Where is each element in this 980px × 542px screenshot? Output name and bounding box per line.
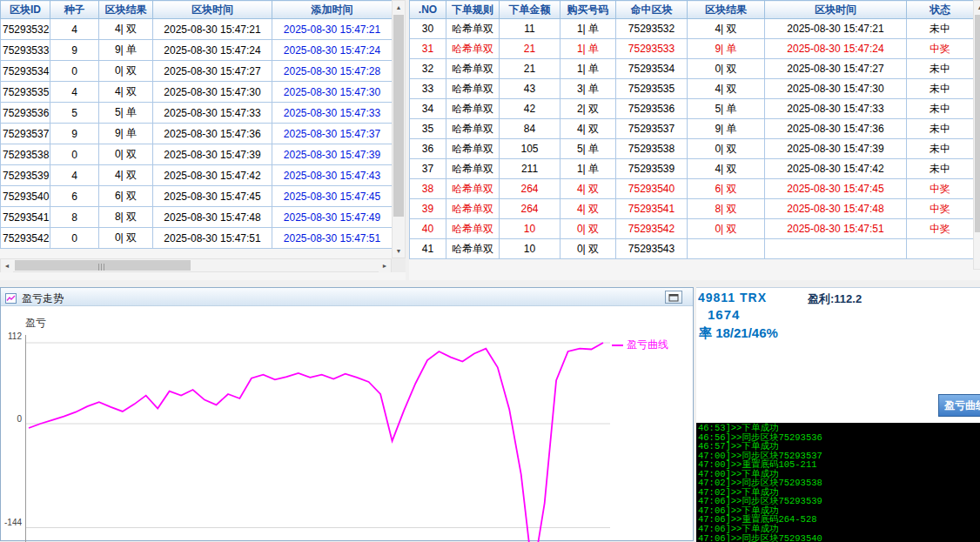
column-header-0[interactable]: .NO bbox=[410, 1, 446, 19]
block-table-vertical-scrollbar[interactable]: ▲ ▼ bbox=[392, 0, 406, 258]
table-cell: 未中 bbox=[907, 79, 974, 99]
table-cell: 35 bbox=[410, 119, 446, 139]
profit-text: 盈利:112.2 bbox=[808, 291, 862, 307]
table-cell: 哈希单双 bbox=[446, 19, 500, 39]
table-cell: 2025-08-30 15:47:45 bbox=[153, 186, 272, 207]
table-cell: 未中 bbox=[907, 99, 974, 119]
column-header-2[interactable]: 下单金额 bbox=[500, 1, 560, 19]
log-console[interactable]: 46:53]>>下单成功46:56]>>同步区块7529353646:57]>>… bbox=[696, 423, 980, 542]
window-title: 盈亏走势 bbox=[22, 291, 64, 306]
block-table-horizontal-scrollbar[interactable]: ◄ ► bbox=[0, 258, 392, 272]
table-cell: 264 bbox=[500, 179, 560, 199]
scrollbar-thumb[interactable] bbox=[15, 260, 191, 271]
legend-label: 盈亏曲线 bbox=[627, 338, 668, 352]
table-cell: 1| 单 bbox=[560, 39, 616, 59]
scroll-down-icon[interactable]: ▼ bbox=[393, 244, 405, 258]
order-table-vertical-scrollbar[interactable]: ▲ bbox=[973, 0, 980, 270]
window-restore-button[interactable] bbox=[665, 291, 682, 304]
column-header-1[interactable]: 种子 bbox=[50, 1, 99, 19]
table-cell: 4| 双 bbox=[688, 159, 765, 179]
chart-window-titlebar[interactable]: 盈亏走势 bbox=[1, 288, 693, 306]
scrollbar-grip bbox=[98, 264, 106, 271]
table-row[interactable]: 35哈希单双844| 双752935379| 单2025-08-30 15:47… bbox=[410, 119, 974, 139]
table-cell: 4| 双 bbox=[560, 119, 616, 139]
table-row[interactable]: 37哈希单双2111| 单752935394| 双2025-08-30 15:4… bbox=[410, 159, 974, 179]
table-row[interactable]: 31哈希单双211| 单752935339| 单2025-08-30 15:47… bbox=[410, 39, 974, 59]
scroll-up-icon[interactable]: ▲ bbox=[393, 1, 405, 14]
table-cell: 10 bbox=[500, 219, 560, 239]
table-cell: 2025-08-30 15:47:51 bbox=[153, 228, 272, 249]
scrollbar-thumb[interactable] bbox=[975, 15, 980, 232]
column-header-4[interactable]: 命中区块 bbox=[616, 1, 688, 19]
table-row[interactable]: 7529353400| 双2025-08-30 15:47:272025-08-… bbox=[1, 61, 393, 82]
table-cell: 2025-08-30 15:47:33 bbox=[765, 99, 907, 119]
table-row[interactable]: 7529354200| 双2025-08-30 15:47:512025-08-… bbox=[1, 228, 393, 249]
column-header-3[interactable]: 区块时间 bbox=[153, 1, 272, 19]
table-cell: 2025-08-30 15:47:33 bbox=[272, 103, 393, 124]
block-table-header-row: 区块ID种子区块结果区块时间添加时间 bbox=[1, 1, 393, 19]
table-row[interactable]: 36哈希单双1055| 单752935380| 双2025-08-30 15:4… bbox=[410, 139, 974, 159]
column-header-1[interactable]: 下单规则 bbox=[446, 1, 500, 19]
column-header-6[interactable]: 区块时间 bbox=[765, 1, 907, 19]
table-cell: 2025-08-30 15:47:30 bbox=[765, 79, 907, 99]
table-cell: 2025-08-30 15:47:42 bbox=[765, 159, 907, 179]
column-header-2[interactable]: 区块结果 bbox=[99, 1, 153, 19]
table-cell: 2025-08-30 15:47:21 bbox=[272, 19, 393, 40]
table-row[interactable]: 7529353244| 双2025-08-30 15:47:212025-08-… bbox=[1, 19, 393, 40]
table-row[interactable]: 32哈希单双211| 单752935340| 双2025-08-30 15:47… bbox=[410, 59, 974, 79]
scroll-left-icon[interactable]: ◄ bbox=[1, 259, 13, 272]
table-cell: 4| 双 bbox=[99, 19, 153, 40]
column-header-4[interactable]: 添加时间 bbox=[272, 1, 393, 19]
table-cell: 75293542 bbox=[1, 228, 50, 249]
table-cell: 哈希单双 bbox=[446, 79, 500, 99]
table-cell: 75293536 bbox=[1, 103, 50, 124]
table-row[interactable]: 7529353799| 单2025-08-30 15:47:362025-08-… bbox=[1, 124, 393, 144]
column-header-5[interactable]: 区块结果 bbox=[688, 1, 765, 19]
scrollbar-thumb[interactable] bbox=[393, 15, 404, 217]
scroll-up-icon[interactable]: ▲ bbox=[974, 1, 980, 14]
table-cell: 2025-08-30 15:47:30 bbox=[272, 82, 393, 103]
table-row[interactable]: 33哈希单双433| 单752935354| 双2025-08-30 15:47… bbox=[410, 79, 974, 99]
table-row[interactable]: 39哈希单双2644| 双752935418| 双2025-08-30 15:4… bbox=[410, 199, 974, 219]
table-row[interactable]: 41哈希单双100| 双75293543 bbox=[410, 239, 974, 259]
table-cell: 2025-08-30 15:47:39 bbox=[153, 144, 272, 165]
column-header-7[interactable]: 状态 bbox=[907, 1, 974, 19]
table-cell: 75293539 bbox=[1, 165, 50, 186]
table-cell: 哈希单双 bbox=[446, 139, 500, 159]
chart-legend: 盈亏曲线 bbox=[612, 338, 668, 352]
ytick-0: 0 bbox=[1, 414, 22, 424]
table-row[interactable]: 30哈希单双111| 单752935324| 双2025-08-30 15:47… bbox=[410, 19, 974, 39]
table-row[interactable]: 7529354188| 双2025-08-30 15:47:482025-08-… bbox=[1, 207, 393, 228]
table-cell: 39 bbox=[410, 199, 446, 219]
table-row[interactable]: 7529354066| 双2025-08-30 15:47:452025-08-… bbox=[1, 186, 393, 207]
table-cell: 9 bbox=[50, 124, 99, 144]
table-cell: 5| 单 bbox=[688, 99, 765, 119]
table-cell: 中奖 bbox=[907, 179, 974, 199]
table-cell: 哈希单双 bbox=[446, 219, 500, 239]
table-row[interactable]: 7529353544| 双2025-08-30 15:47:302025-08-… bbox=[1, 82, 393, 103]
table-cell: 2025-08-30 15:47:42 bbox=[153, 165, 272, 186]
table-row[interactable]: 38哈希单双2644| 双752935406| 双2025-08-30 15:4… bbox=[410, 179, 974, 199]
column-header-3[interactable]: 购买号码 bbox=[560, 1, 616, 19]
table-row[interactable]: 7529353944| 双2025-08-30 15:47:422025-08-… bbox=[1, 165, 393, 186]
table-cell: 0 bbox=[50, 61, 99, 82]
column-header-0[interactable]: 区块ID bbox=[1, 1, 50, 19]
table-cell: 40 bbox=[410, 219, 446, 239]
table-row[interactable]: 34哈希单双422| 双752935365| 单2025-08-30 15:47… bbox=[410, 99, 974, 119]
hit-rate-text: 率 18/21/46% bbox=[699, 325, 778, 342]
table-cell: 0 bbox=[50, 228, 99, 249]
table-cell: 2025-08-30 15:47:51 bbox=[272, 228, 393, 249]
table-cell: 2025-08-30 15:47:37 bbox=[272, 124, 393, 144]
profit-chart-window: 盈亏走势 盈亏 112 0 -144 盈亏曲线 bbox=[0, 287, 694, 541]
table-row[interactable]: 7529353800| 双2025-08-30 15:47:392025-08-… bbox=[1, 144, 393, 165]
table-cell: 2025-08-30 15:47:21 bbox=[765, 19, 907, 39]
table-cell: 0| 双 bbox=[99, 144, 153, 165]
scroll-right-icon[interactable]: ► bbox=[379, 259, 391, 272]
table-cell: 75293541 bbox=[616, 199, 688, 219]
table-row[interactable]: 40哈希单双100| 双752935420| 双2025-08-30 15:47… bbox=[410, 219, 974, 239]
table-row[interactable]: 7529353399| 单2025-08-30 15:47:242025-08-… bbox=[1, 40, 393, 61]
table-cell: 哈希单双 bbox=[446, 99, 500, 119]
table-row[interactable]: 7529353655| 单2025-08-30 15:47:332025-08-… bbox=[1, 103, 393, 124]
profit-curve-button[interactable]: 盈亏曲线 bbox=[938, 394, 980, 417]
table-cell: 0| 双 bbox=[99, 228, 153, 249]
